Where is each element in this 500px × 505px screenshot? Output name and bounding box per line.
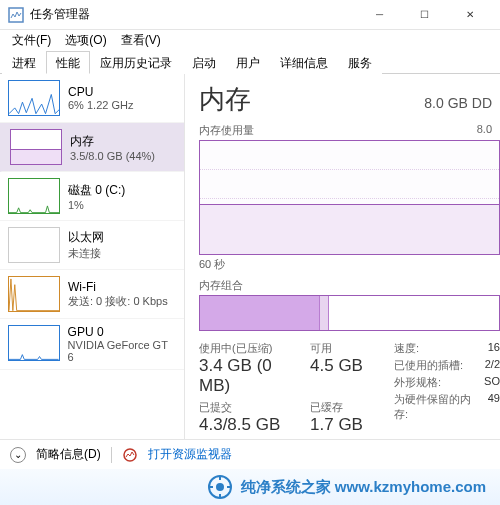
tab-details[interactable]: 详细信息 <box>270 51 338 74</box>
disk-thumb <box>8 178 60 214</box>
cpu-thumb <box>8 80 60 116</box>
stat-available-value: 4.5 GB <box>310 356 376 376</box>
page-title: 内存 <box>199 82 251 117</box>
minimize-button[interactable]: ─ <box>357 0 402 30</box>
stat-available-label: 可用 <box>310 341 376 356</box>
sidebar-item-label: 内存 <box>70 133 155 150</box>
stat-inuse-value: 3.4 GB (0 MB) <box>199 356 292 396</box>
sidebar-item-sub: 未连接 <box>68 246 104 261</box>
usage-chart-label: 内存使用量 <box>199 123 254 138</box>
sidebar-item-wifi[interactable]: Wi-Fi 发送: 0 接收: 0 Kbps <box>0 270 184 319</box>
detail-speed-label: 速度: <box>394 341 419 356</box>
detail-reserved-value: 49 <box>488 392 500 422</box>
footer-bar: ⌄ 简略信息(D) 打开资源监视器 <box>0 439 500 469</box>
sidebar-item-label: 磁盘 0 (C:) <box>68 182 125 199</box>
tab-startup[interactable]: 启动 <box>182 51 226 74</box>
stat-committed-label: 已提交 <box>199 400 292 415</box>
chart-x-axis: 60 秒 <box>199 257 500 272</box>
sidebar-item-label: GPU 0 <box>68 325 176 339</box>
stat-committed-value: 4.3/8.5 GB <box>199 415 292 435</box>
window-controls: ─ ☐ ✕ <box>357 0 492 30</box>
titlebar: 任务管理器 ─ ☐ ✕ <box>0 0 500 30</box>
watermark-logo-icon <box>207 474 233 500</box>
window-title: 任务管理器 <box>30 6 357 23</box>
gpu-thumb <box>8 325 60 361</box>
svg-point-3 <box>216 483 224 491</box>
tab-app-history[interactable]: 应用历史记录 <box>90 51 182 74</box>
sidebar-item-label: CPU <box>68 85 133 99</box>
resmon-icon <box>122 447 138 463</box>
stat-cached-value: 1.7 GB <box>310 415 376 435</box>
sidebar-item-sub: 6% 1.22 GHz <box>68 99 133 111</box>
memory-thumb <box>10 129 62 165</box>
sidebar-item-label: 以太网 <box>68 229 104 246</box>
sidebar-item-disk[interactable]: 磁盘 0 (C:) 1% <box>0 172 184 221</box>
watermark-text: 纯净系统之家 www.kzmyhome.com <box>241 478 486 497</box>
sidebar-item-cpu[interactable]: CPU 6% 1.22 GHz <box>0 74 184 123</box>
sidebar-item-sub: 3.5/8.0 GB (44%) <box>70 150 155 162</box>
sidebar-item-sub: NVIDIA GeForce GT 6 <box>68 339 176 363</box>
composition-label: 内存组合 <box>199 278 243 293</box>
tab-processes[interactable]: 进程 <box>2 51 46 74</box>
detail-form-label: 外形规格: <box>394 375 441 390</box>
chevron-down-icon[interactable]: ⌄ <box>10 447 26 463</box>
content: CPU 6% 1.22 GHz 内存 3.5/8.0 GB (44%) 磁盘 0… <box>0 74 500 469</box>
brief-info-link[interactable]: 简略信息(D) <box>36 446 101 463</box>
wifi-thumb <box>8 276 60 312</box>
close-button[interactable]: ✕ <box>447 0 492 30</box>
detail-form-value: SO <box>484 375 500 390</box>
memory-capacity: 8.0 GB DD <box>424 95 492 111</box>
main-panel: 内存 8.0 GB DD 内存使用量 8.0 60 秒 内存组合 使用中(已压缩… <box>185 74 500 469</box>
menubar: 文件(F) 选项(O) 查看(V) <box>0 30 500 50</box>
detail-slots-value: 2/2 <box>485 358 500 373</box>
memory-usage-chart <box>199 140 500 255</box>
menu-view[interactable]: 查看(V) <box>115 31 167 50</box>
detail-slots-label: 已使用的插槽: <box>394 358 463 373</box>
sidebar-item-sub: 发送: 0 接收: 0 Kbps <box>68 294 168 309</box>
maximize-button[interactable]: ☐ <box>402 0 447 30</box>
stat-cached-label: 已缓存 <box>310 400 376 415</box>
menu-file[interactable]: 文件(F) <box>6 31 57 50</box>
stat-inuse-label: 使用中(已压缩) <box>199 341 292 356</box>
open-resmon-link[interactable]: 打开资源监视器 <box>148 446 232 463</box>
tabbar: 进程 性能 应用历史记录 启动 用户 详细信息 服务 <box>0 50 500 74</box>
menu-options[interactable]: 选项(O) <box>59 31 112 50</box>
memory-composition-chart <box>199 295 500 331</box>
sidebar-item-ethernet[interactable]: 以太网 未连接 <box>0 221 184 270</box>
sidebar-item-label: Wi-Fi <box>68 280 168 294</box>
tab-users[interactable]: 用户 <box>226 51 270 74</box>
detail-reserved-label: 为硬件保留的内存: <box>394 392 476 422</box>
separator <box>111 447 112 463</box>
sidebar-item-gpu[interactable]: GPU 0 NVIDIA GeForce GT 6 <box>0 319 184 370</box>
detail-speed-value: 16 <box>488 341 500 356</box>
usage-chart-max: 8.0 <box>477 123 492 138</box>
tab-services[interactable]: 服务 <box>338 51 382 74</box>
tab-performance[interactable]: 性能 <box>46 51 90 74</box>
sidebar: CPU 6% 1.22 GHz 内存 3.5/8.0 GB (44%) 磁盘 0… <box>0 74 185 469</box>
ethernet-thumb <box>8 227 60 263</box>
sidebar-item-sub: 1% <box>68 199 125 211</box>
app-icon <box>8 7 24 23</box>
sidebar-item-memory[interactable]: 内存 3.5/8.0 GB (44%) <box>0 123 184 172</box>
watermark: 纯净系统之家 www.kzmyhome.com <box>0 469 500 505</box>
